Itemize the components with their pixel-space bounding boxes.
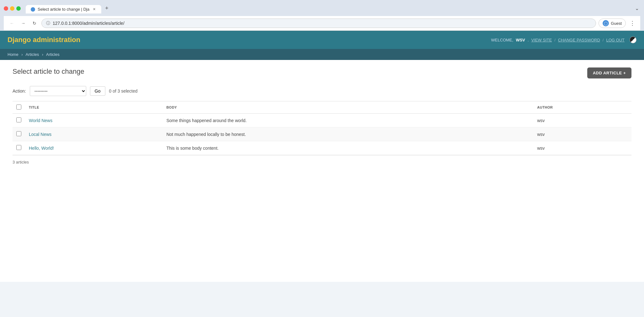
tab-close-button[interactable]: ✕ <box>92 7 96 12</box>
browser-titlebar: Select article to change | Dja ✕ + ⌄ <box>4 3 640 13</box>
column-header-title: TITLE <box>25 101 163 114</box>
fullscreen-button[interactable] <box>16 6 21 11</box>
close-button[interactable] <box>4 6 8 11</box>
row-body: Not much happened locally to be honest. <box>163 127 534 141</box>
selection-count: 0 of 3 selected <box>109 89 138 94</box>
change-password-link[interactable]: CHANGE PASSWORD <box>558 38 600 42</box>
browser-toolbar: ← → ↻ ⓘ 127.0.0.1:8000/admin/articles/ar… <box>4 16 640 31</box>
reload-button[interactable]: ↻ <box>30 19 39 28</box>
browser-chrome: Select article to change | Dja ✕ + ⌄ ← →… <box>0 0 644 31</box>
breadcrumb-sep-1: › <box>21 52 23 57</box>
breadcrumb: Home › Articles › Articles <box>0 49 644 60</box>
row-checkbox-cell <box>13 141 25 155</box>
profile-avatar-icon: ◯ <box>603 20 609 26</box>
breadcrumb-home[interactable]: Home <box>8 52 18 57</box>
row-author: wsv <box>533 141 631 155</box>
row-body: Some things happened around the world. <box>163 114 534 127</box>
django-content: Select article to change ADD ARTICLE + A… <box>0 60 644 176</box>
breadcrumb-sep-2: › <box>42 52 43 57</box>
forward-button[interactable]: → <box>19 19 28 28</box>
table-row: Local NewsNot much happened locally to b… <box>13 127 631 141</box>
django-header: Django administration WELCOME, WSV . VIE… <box>0 31 644 49</box>
column-header-body: BODY <box>163 101 534 114</box>
row-title: World News <box>25 114 163 127</box>
table-footer: 3 articles <box>13 155 631 169</box>
dot-separator: . <box>528 38 529 42</box>
breadcrumb-articles-current: Articles <box>46 52 60 57</box>
table-header-row: TITLE BODY AUTHOR <box>13 101 631 114</box>
tab-favicon-icon <box>31 7 35 12</box>
new-tab-button[interactable]: + <box>101 3 112 13</box>
log-out-link[interactable]: LOG OUT <box>606 38 625 42</box>
row-author: wsv <box>533 127 631 141</box>
username-display: WSV <box>516 38 525 42</box>
action-select[interactable]: --------- <box>30 86 86 96</box>
django-title: Django administration <box>8 36 80 44</box>
action-label: Action: <box>13 89 26 94</box>
row-2-checkbox[interactable] <box>16 145 21 150</box>
add-article-button[interactable]: ADD ARTICLE + <box>587 67 631 78</box>
column-header-author: AUTHOR <box>533 101 631 114</box>
article-link-0[interactable]: World News <box>29 118 52 123</box>
separator-1: / <box>554 38 556 42</box>
row-checkbox-cell <box>13 127 25 141</box>
expand-button[interactable]: ⌄ <box>634 4 640 13</box>
separator-2: / <box>603 38 604 42</box>
back-button[interactable]: ← <box>8 19 16 28</box>
user-info: WELCOME, WSV . VIEW SITE / CHANGE PASSWO… <box>491 36 636 43</box>
row-0-checkbox[interactable] <box>16 117 21 122</box>
dark-mode-toggle[interactable] <box>630 36 636 43</box>
row-title: Hello, World! <box>25 141 163 155</box>
page-header: Select article to change ADD ARTICLE + <box>13 67 631 78</box>
row-1-checkbox[interactable] <box>16 131 21 136</box>
articles-count: 3 articles <box>13 160 29 164</box>
browser-tabs: Select article to change | Dja ✕ + <box>26 3 631 13</box>
select-all-checkbox[interactable] <box>16 105 21 110</box>
page-title: Select article to change <box>13 67 84 76</box>
security-icon: ⓘ <box>46 20 50 26</box>
browser-menu-button[interactable]: ⋮ <box>628 19 636 28</box>
active-tab[interactable]: Select article to change | Dja ✕ <box>26 5 101 13</box>
welcome-text: WELCOME, <box>491 38 513 42</box>
row-author: wsv <box>533 114 631 127</box>
row-title: Local News <box>25 127 163 141</box>
row-checkbox-cell <box>13 114 25 127</box>
tab-title: Select article to change | Dja <box>38 7 89 12</box>
address-bar[interactable]: ⓘ 127.0.0.1:8000/admin/articles/article/ <box>41 19 596 28</box>
go-button[interactable]: Go <box>90 86 105 96</box>
row-body: This is some body content. <box>163 141 534 155</box>
traffic-lights <box>4 6 21 11</box>
django-admin: Django administration WELCOME, WSV . VIE… <box>0 31 644 282</box>
minimize-button[interactable] <box>10 6 14 11</box>
articles-table: TITLE BODY AUTHOR World NewsSome things … <box>13 101 631 155</box>
select-all-header <box>13 101 25 114</box>
table-row: World NewsSome things happened around th… <box>13 114 631 127</box>
url-display: 127.0.0.1:8000/admin/articles/article/ <box>53 21 124 26</box>
view-site-link[interactable]: VIEW SITE <box>531 38 552 42</box>
article-link-1[interactable]: Local News <box>29 132 51 137</box>
article-link-2[interactable]: Hello, World! <box>29 146 54 151</box>
breadcrumb-articles-app[interactable]: Articles <box>26 52 39 57</box>
profile-button[interactable]: ◯ Guest <box>599 19 626 28</box>
table-row: Hello, World!This is some body content.w… <box>13 141 631 155</box>
action-bar: Action: --------- Go 0 of 3 selected <box>13 86 631 96</box>
profile-label: Guest <box>611 21 622 26</box>
